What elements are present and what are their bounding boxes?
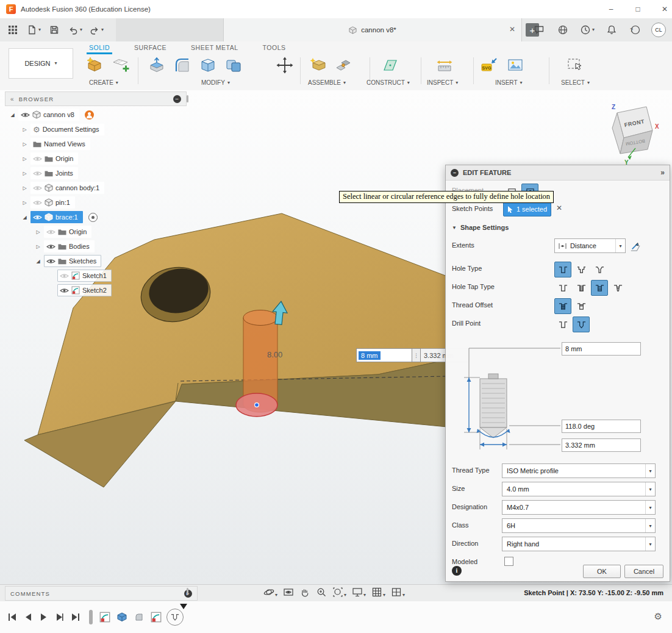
expander-icon[interactable]: ▷ xyxy=(34,244,42,249)
browser-item-document-settings[interactable]: ▷ ⚙ Document Settings xyxy=(5,122,187,137)
tap-type-clearance-option[interactable] xyxy=(573,280,590,296)
orbit-tool-button[interactable]: ▾ xyxy=(263,587,277,598)
minimize-button[interactable]: – xyxy=(598,0,624,18)
insert-svg-icon[interactable]: SVG xyxy=(479,55,500,76)
canvas-image-icon[interactable] xyxy=(505,55,526,76)
group-construct[interactable]: CONSTRUCT▾ xyxy=(366,79,410,86)
close-window-button[interactable]: ✕ xyxy=(651,0,672,18)
select-tool-icon[interactable] xyxy=(565,55,585,76)
visibility-eye-icon[interactable] xyxy=(33,170,42,177)
browser-item-brace-1[interactable]: ◢ brace:1 xyxy=(5,210,187,224)
new-solid-icon[interactable] xyxy=(84,55,105,76)
version-history-clock-icon[interactable]: ▾ xyxy=(579,22,596,38)
timeline-marker-icon[interactable] xyxy=(180,604,187,609)
fit-view-button[interactable]: ▾ xyxy=(332,587,346,598)
comments-resize-grip[interactable] xyxy=(187,588,188,595)
redo-button[interactable]: ▾ xyxy=(88,22,105,38)
tab-surface[interactable]: SURFACE xyxy=(132,41,169,54)
play-button[interactable] xyxy=(38,612,49,623)
expander-icon[interactable]: ◢ xyxy=(9,112,16,118)
view-cube[interactable]: FRONT BOTTOM Z X Y xyxy=(612,104,659,166)
timeline-sketch1-feature[interactable] xyxy=(98,610,112,624)
extents-select[interactable]: Distance ▾ xyxy=(554,238,626,253)
designation-select[interactable]: M4x0.7 ▾ xyxy=(502,500,656,515)
group-assemble[interactable]: ASSEMBLE▾ xyxy=(308,79,346,86)
browser-options-icon[interactable]: – xyxy=(173,95,181,103)
browser-item-cannon-v8[interactable]: ◢ cannon v8 xyxy=(5,107,187,122)
drill-point-flat-option[interactable] xyxy=(554,316,571,332)
deselect-icon[interactable]: ✕ xyxy=(556,204,562,212)
class-select[interactable]: 6H ▾ xyxy=(502,518,656,533)
visibility-eye-icon[interactable] xyxy=(46,243,55,250)
tap-type-simple-option[interactable] xyxy=(554,280,571,296)
tab-sheet-metal[interactable]: SHEET METAL xyxy=(188,41,240,54)
browser-resize-grip[interactable] xyxy=(187,95,188,102)
measure-icon[interactable] xyxy=(434,55,455,76)
browser-item-joints[interactable]: ▷ Joints xyxy=(5,166,187,181)
move-copy-icon[interactable] xyxy=(274,55,295,76)
browser-item-pin-1[interactable]: ▷ pin:1 xyxy=(5,195,187,210)
job-status-icon[interactable] xyxy=(531,22,547,38)
shape-settings-row[interactable]: ▼ Shape Settings xyxy=(446,221,670,238)
visibility-eye-icon[interactable] xyxy=(33,214,42,221)
joint-icon[interactable] xyxy=(333,55,354,76)
flip-direction-icon[interactable] xyxy=(626,238,643,254)
collapse-browser-icon[interactable]: « xyxy=(10,96,15,102)
group-inspect[interactable]: INSPECT▾ xyxy=(427,79,458,86)
hole-depth-input[interactable]: 8 mm xyxy=(562,342,641,356)
expander-icon[interactable]: ◢ xyxy=(34,259,42,264)
thread-type-select[interactable]: ISO Metric profile ▾ xyxy=(502,463,656,478)
direction-select[interactable]: Right hand ▾ xyxy=(502,537,656,551)
expander-icon[interactable]: ▷ xyxy=(34,229,42,235)
visibility-eye-icon[interactable] xyxy=(21,112,30,118)
timeline-hole-feature-editing[interactable] xyxy=(166,609,184,626)
expander-icon[interactable]: ▷ xyxy=(21,141,29,147)
pan-tool-button[interactable] xyxy=(299,587,310,598)
thread-offset-full-option[interactable] xyxy=(554,298,571,314)
expander-icon[interactable]: ▷ xyxy=(21,185,29,191)
ok-button[interactable]: OK xyxy=(583,565,621,578)
browser-item-sketches[interactable]: ◢ Sketches xyxy=(5,254,187,268)
timeline-extrude-feature[interactable] xyxy=(115,610,129,624)
selected-count-button[interactable]: 1 selected xyxy=(503,202,551,216)
visibility-eye-icon[interactable] xyxy=(33,156,42,162)
timeline-modify-feature[interactable] xyxy=(132,610,146,624)
browser-item-sketch1[interactable]: Sketch1 xyxy=(5,268,187,283)
size-select[interactable]: 4.0 mm ▾ xyxy=(502,482,656,496)
visibility-eye-icon[interactable] xyxy=(60,273,69,279)
notifications-bell-icon[interactable] xyxy=(604,22,620,38)
step-back-button[interactable] xyxy=(22,612,34,623)
app-grid-menu-button[interactable] xyxy=(5,22,21,38)
group-select[interactable]: SELECT▾ xyxy=(561,79,590,86)
skip-to-end-button[interactable] xyxy=(70,612,81,623)
browser-item-sketch2[interactable]: Sketch2 xyxy=(5,283,187,298)
comments-panel[interactable]: COMMENTS ▸ xyxy=(5,586,198,601)
visibility-eye-icon[interactable] xyxy=(33,199,42,206)
hole-type-countersink-option[interactable] xyxy=(591,262,608,277)
online-status-globe-icon[interactable] xyxy=(555,22,571,38)
thread-offset-partial-option[interactable] xyxy=(573,298,590,314)
tap-type-tapped-option[interactable] xyxy=(591,280,608,296)
info-icon[interactable]: i xyxy=(452,566,462,576)
timeline-settings-gear-icon[interactable]: ⚙ xyxy=(654,611,662,622)
browser-header[interactable]: « BROWSER – xyxy=(5,91,187,106)
create-sketch-icon[interactable] xyxy=(110,55,130,76)
hole-type-counterbore-option[interactable] xyxy=(573,262,590,277)
expander-icon[interactable]: ▷ xyxy=(21,171,29,176)
viewports-button[interactable]: ▾ xyxy=(391,587,405,598)
drill-point-angle-option[interactable] xyxy=(573,316,590,332)
drill-angle-input[interactable]: 118.0 deg xyxy=(562,420,641,433)
file-menu-button[interactable]: ▾ xyxy=(25,22,42,38)
combine-icon[interactable] xyxy=(223,55,244,76)
dialog-dock-icon[interactable]: » xyxy=(660,168,665,177)
undo-button[interactable]: ▾ xyxy=(66,22,84,38)
step-forward-button[interactable] xyxy=(54,612,65,623)
workspace-selector[interactable]: DESIGN ▾ xyxy=(9,48,73,79)
tap-type-taper-tapped-option[interactable] xyxy=(609,280,626,296)
new-component-icon[interactable] xyxy=(307,55,328,76)
skip-to-start-button[interactable] xyxy=(6,612,18,623)
look-at-button[interactable] xyxy=(283,587,294,598)
group-insert[interactable]: INSERT▾ xyxy=(495,79,523,86)
document-tab[interactable]: cannon v8* ✕ xyxy=(223,18,522,41)
timeline-position-grip[interactable] xyxy=(89,610,93,624)
